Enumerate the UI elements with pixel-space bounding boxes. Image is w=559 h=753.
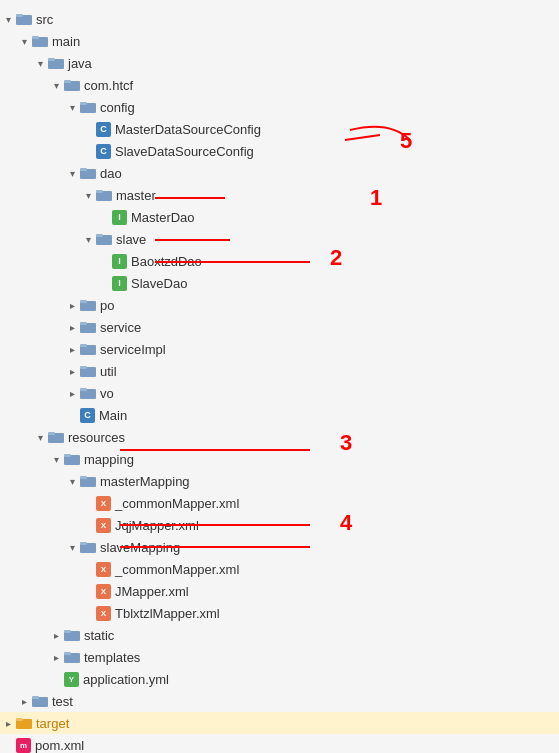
svg-rect-29 xyxy=(64,454,71,457)
tree-item-dao[interactable]: dao xyxy=(0,162,559,184)
tree-item-java[interactable]: java xyxy=(0,52,559,74)
folder-icon xyxy=(80,297,96,313)
tree-item-JqjMapper[interactable]: XJqjMapper.xml xyxy=(0,514,559,536)
tree-item-test[interactable]: test xyxy=(0,690,559,712)
item-label: master xyxy=(116,188,156,203)
svg-rect-35 xyxy=(64,630,71,633)
expand-arrow[interactable] xyxy=(64,385,80,401)
tree-item-po[interactable]: po xyxy=(0,294,559,316)
tree-item-vo[interactable]: vo xyxy=(0,382,559,404)
tree-item-TblxtzlMapper[interactable]: XTblxtzlMapper.xml xyxy=(0,602,559,624)
xml-icon: X xyxy=(96,606,111,621)
tree-item-slaveMapping[interactable]: slaveMapping xyxy=(0,536,559,558)
tree-item-util[interactable]: util xyxy=(0,360,559,382)
tree-item-MasterDataSourceConfig[interactable]: CMasterDataSourceConfig xyxy=(0,118,559,140)
tree-item-serviceImpl[interactable]: serviceImpl xyxy=(0,338,559,360)
collapse-arrow[interactable] xyxy=(64,99,80,115)
collapse-arrow[interactable] xyxy=(64,473,80,489)
tree-item-com.htcf[interactable]: com.htcf xyxy=(0,74,559,96)
collapse-arrow[interactable] xyxy=(32,429,48,445)
no-arrow xyxy=(96,275,112,291)
no-arrow xyxy=(80,495,96,511)
svg-rect-9 xyxy=(80,102,87,105)
expand-arrow[interactable] xyxy=(0,715,16,731)
expand-arrow[interactable] xyxy=(64,363,80,379)
collapse-arrow[interactable] xyxy=(48,451,64,467)
item-label: slave xyxy=(116,232,146,247)
tree-item-application.yml[interactable]: Yapplication.yml xyxy=(0,668,559,690)
collapse-arrow[interactable] xyxy=(80,187,96,203)
tree-item-pom.xml[interactable]: mpom.xml xyxy=(0,734,559,753)
collapse-arrow[interactable] xyxy=(0,11,16,27)
tree-item-templates[interactable]: templates xyxy=(0,646,559,668)
tree-item-Main[interactable]: CMain xyxy=(0,404,559,426)
item-label: main xyxy=(52,34,80,49)
no-arrow xyxy=(0,737,16,753)
folder-icon xyxy=(32,693,48,709)
collapse-arrow[interactable] xyxy=(48,77,64,93)
item-label: resources xyxy=(68,430,125,445)
interface-icon: I xyxy=(112,254,127,269)
folder-icon xyxy=(80,99,96,115)
item-label: masterMapping xyxy=(100,474,190,489)
item-label: JqjMapper.xml xyxy=(115,518,199,533)
file-tree[interactable]: src main java com.htcf configCMasterData… xyxy=(0,0,559,753)
svg-rect-23 xyxy=(80,366,87,369)
no-arrow xyxy=(80,561,96,577)
no-arrow xyxy=(80,143,96,159)
tree-item-mapping[interactable]: mapping xyxy=(0,448,559,470)
item-label: dao xyxy=(100,166,122,181)
collapse-arrow[interactable] xyxy=(16,33,32,49)
tree-item-main[interactable]: main xyxy=(0,30,559,52)
folder-icon xyxy=(96,231,112,247)
expand-arrow[interactable] xyxy=(48,649,64,665)
tree-item-service[interactable]: service xyxy=(0,316,559,338)
interface-icon: I xyxy=(112,276,127,291)
tree-item-src[interactable]: src xyxy=(0,8,559,30)
pom-icon: m xyxy=(16,738,31,753)
tree-item-slave[interactable]: slave xyxy=(0,228,559,250)
folder-icon xyxy=(80,539,96,555)
folder-icon xyxy=(80,363,96,379)
tree-item-target[interactable]: target xyxy=(0,712,559,734)
collapse-arrow[interactable] xyxy=(64,539,80,555)
tree-item-config[interactable]: config xyxy=(0,96,559,118)
folder-icon xyxy=(96,187,112,203)
expand-arrow[interactable] xyxy=(16,693,32,709)
tree-item-JMapper[interactable]: XJMapper.xml xyxy=(0,580,559,602)
svg-rect-39 xyxy=(32,696,39,699)
item-label: config xyxy=(100,100,135,115)
item-label: _commonMapper.xml xyxy=(115,562,239,577)
item-label: po xyxy=(100,298,114,313)
tree-item-_commonMapper_master[interactable]: X_commonMapper.xml xyxy=(0,492,559,514)
collapse-arrow[interactable] xyxy=(80,231,96,247)
tree-item-BaoxtzdDao[interactable]: IBaoxtzdDao xyxy=(0,250,559,272)
tree-item-_commonMapper_slave[interactable]: X_commonMapper.xml xyxy=(0,558,559,580)
tree-item-SlaveDao[interactable]: ISlaveDao xyxy=(0,272,559,294)
folder-icon xyxy=(48,55,64,71)
expand-arrow[interactable] xyxy=(48,627,64,643)
no-arrow xyxy=(80,583,96,599)
tree-item-static[interactable]: static xyxy=(0,624,559,646)
expand-arrow[interactable] xyxy=(64,319,80,335)
collapse-arrow[interactable] xyxy=(64,165,80,181)
tree-item-master[interactable]: master xyxy=(0,184,559,206)
tree-item-SlaveDataSourceConfig[interactable]: CSlaveDataSourceConfig xyxy=(0,140,559,162)
item-label: test xyxy=(52,694,73,709)
svg-rect-33 xyxy=(80,542,87,545)
tree-item-resources[interactable]: resources xyxy=(0,426,559,448)
svg-rect-25 xyxy=(80,388,87,391)
interface-icon: I xyxy=(112,210,127,225)
item-label: Main xyxy=(99,408,127,423)
item-label: TblxtzlMapper.xml xyxy=(115,606,220,621)
item-label: BaoxtzdDao xyxy=(131,254,202,269)
tree-item-masterMapping[interactable]: masterMapping xyxy=(0,470,559,492)
item-label: target xyxy=(36,716,69,731)
expand-arrow[interactable] xyxy=(64,297,80,313)
expand-arrow[interactable] xyxy=(64,341,80,357)
folder-icon xyxy=(64,77,80,93)
collapse-arrow[interactable] xyxy=(32,55,48,71)
tree-item-MasterDao[interactable]: IMasterDao xyxy=(0,206,559,228)
item-label: vo xyxy=(100,386,114,401)
item-label: application.yml xyxy=(83,672,169,687)
